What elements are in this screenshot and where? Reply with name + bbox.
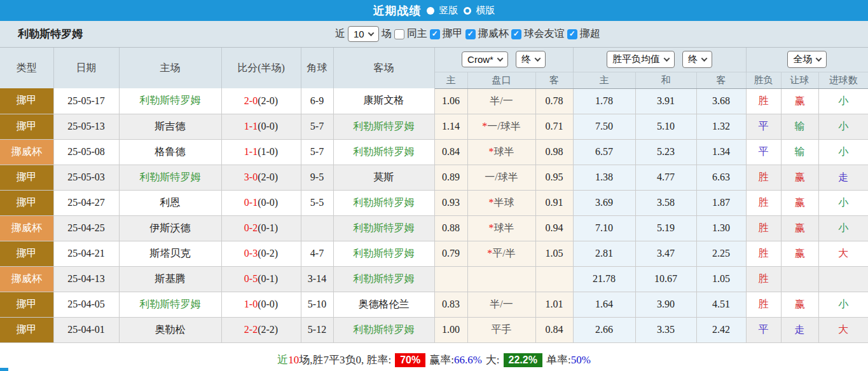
recent-label: 近 — [335, 27, 345, 41]
league-checkbox-naga[interactable] — [430, 29, 440, 39]
recent-count-select[interactable]: 10 — [348, 26, 379, 42]
score-cell: 2-0(2-0) — [221, 88, 301, 114]
match-result: 平 — [746, 317, 781, 342]
europe-odds-value: 胜平负均值 — [612, 53, 660, 65]
match-result: 胜 — [746, 241, 781, 266]
col-header-type: 类型 — [0, 48, 53, 88]
subheader-eu-draw: 和 — [635, 72, 696, 88]
handicap-result: 输 — [781, 139, 818, 165]
match-scope-value: 全场 — [793, 53, 812, 65]
europe-home-odds: 7.10 — [573, 215, 635, 241]
league-badge: 挪威杯 — [0, 266, 53, 292]
col-header-corner: 角球 — [301, 48, 333, 88]
match-date: 25-05-13 — [53, 114, 119, 139]
fulltime-score: 0-2 — [244, 222, 258, 233]
result-group-header: 全场 — [746, 48, 868, 72]
europe-away-odds: 1.05 — [696, 266, 746, 292]
col-header-date: 日期 — [53, 48, 119, 88]
halftime-score: (2-0) — [258, 95, 278, 106]
league-badge: 挪甲 — [0, 241, 53, 266]
score-cell: 1-1(0-0) — [221, 114, 301, 139]
corner-count: 5-5 — [301, 190, 333, 215]
handicap-home-odds: 1.00 — [434, 317, 467, 342]
match-scope-select[interactable]: 全场 — [787, 51, 827, 68]
corner-count: 5-7 — [301, 139, 333, 165]
score-cell: 0-1(0-0) — [221, 190, 301, 215]
league-badge: 挪甲 — [0, 190, 53, 215]
away-team: 莫斯 — [333, 165, 434, 190]
handicap-home-odds: 0.88 — [434, 215, 467, 241]
chevron-down-icon — [664, 55, 670, 62]
away-team: 奥德格伦兰 — [333, 292, 434, 317]
same-home-label[interactable]: 同主 — [407, 27, 427, 41]
corner-count — [301, 215, 333, 241]
league-badge: 挪甲 — [0, 88, 53, 114]
league-label-cup[interactable]: 挪威杯 — [478, 27, 509, 41]
europe-away-odds: 1.34 — [696, 139, 746, 165]
europe-home-odds: 3.69 — [573, 190, 635, 215]
europe-home-odds: 2.81 — [573, 241, 635, 266]
league-checkbox-nachao[interactable] — [567, 29, 577, 39]
europe-odds-select[interactable]: 胜平负均值 — [607, 51, 675, 68]
match-date: 25-05-17 — [53, 88, 119, 114]
europe-draw-odds: 5.23 — [635, 139, 696, 165]
match-result: 胜 — [746, 88, 781, 114]
horizontal-layout-label[interactable]: 横版 — [476, 4, 495, 17]
halftime-score: (1-0) — [258, 146, 278, 157]
europe-draw-odds: 3.90 — [635, 292, 696, 317]
summary-recent-n: 10 — [288, 354, 299, 366]
europe-away-odds: 1.30 — [696, 215, 746, 241]
europe-draw-odds: 3.47 — [635, 241, 696, 266]
handicap-line: *一/球半 — [467, 114, 535, 139]
halftime-score: (2-0) — [258, 172, 278, 182]
match-result: 胜 — [746, 266, 781, 292]
goals-result: 大 — [818, 317, 868, 342]
subheader-goals: 进球数 — [818, 72, 868, 88]
halftime-score: (0-1) — [258, 222, 278, 233]
handicap-home-odds: 0.83 — [434, 292, 467, 317]
away-team: 利勒斯特罗姆 — [333, 266, 434, 292]
league-label-naga[interactable]: 挪甲 — [443, 27, 463, 41]
col-header-away: 客场 — [333, 48, 434, 88]
corner-count: 6-9 — [301, 88, 333, 114]
horizontal-layout-radio-icon[interactable] — [464, 7, 471, 15]
handicap-result: 赢 — [781, 88, 818, 114]
europe-away-odds: 3.68 — [696, 88, 746, 114]
europe-home-odds: 1.78 — [573, 88, 635, 114]
handicap-away-odds: 1.01 — [535, 292, 573, 317]
league-checkbox-cup[interactable] — [465, 29, 476, 39]
match-date: 25-04-25 — [53, 215, 119, 241]
away-team: 康斯文格 — [333, 88, 434, 114]
table-row: 挪甲 25-05-13 斯吉德 1-1(0-0) 5-7 利勒斯特罗姆 1.14… — [0, 114, 868, 139]
league-badge: 挪威杯 — [0, 215, 53, 241]
matches-table-wrap: 类型 日期 主场 比分(半场) 角球 客场 Crow* 终 — [0, 48, 868, 343]
league-label-nachao[interactable]: 挪超 — [580, 27, 600, 41]
halftime-score: (2-2) — [258, 324, 278, 335]
vertical-layout-label[interactable]: 竖版 — [439, 4, 458, 17]
fulltime-score: 1-1 — [244, 121, 258, 132]
team-name: 利勒斯特罗姆 — [18, 27, 83, 41]
odds-company-select[interactable]: Crow* — [462, 51, 508, 67]
handicap-line: 半/一 — [467, 88, 535, 114]
score-cell: 0-5(0-1) — [221, 266, 301, 292]
europe-home-odds: 21.78 — [573, 266, 635, 292]
odds-time-select[interactable]: 终 — [516, 51, 546, 68]
subheader-hcap-away: 客 — [535, 72, 573, 88]
handicap-away-odds: 1.05 — [535, 241, 573, 266]
subheader-eu-away: 客 — [696, 72, 746, 88]
vertical-layout-radio-icon[interactable] — [427, 7, 434, 15]
halftime-score: (0-0) — [258, 299, 278, 309]
league-label-friendly[interactable]: 球会友谊 — [524, 27, 565, 41]
europe-away-odds: 2.25 — [696, 241, 746, 266]
home-team: 斯吉德 — [119, 114, 221, 139]
goals-result — [818, 266, 868, 292]
home-team: 斯基腾 — [119, 266, 221, 292]
subheader-eu-home: 主 — [573, 72, 635, 88]
single-rate-label: 单率: — [546, 354, 571, 366]
corner-count: 3-14 — [301, 266, 333, 292]
europe-draw-odds: 3.35 — [635, 317, 696, 342]
europe-time-select[interactable]: 终 — [682, 51, 712, 68]
league-checkbox-friendly[interactable] — [511, 29, 521, 39]
handicap-away-odds: 0.91 — [535, 190, 573, 215]
same-home-checkbox[interactable] — [394, 29, 404, 39]
